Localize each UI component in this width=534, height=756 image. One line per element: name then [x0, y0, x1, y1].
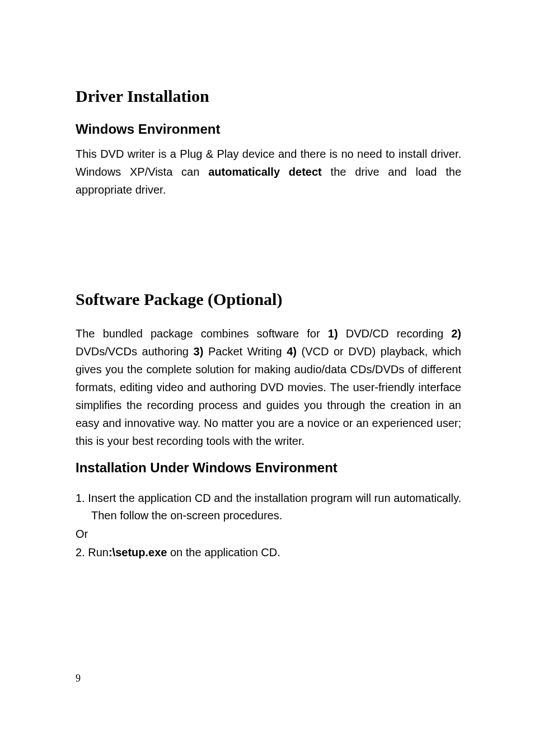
list-number: 1.: [76, 492, 88, 504]
text-bold-3: 3): [194, 345, 204, 358]
heading-driver-installation: Driver Installation: [76, 87, 461, 106]
list-item-1: 1. Insert the application CD and the ins…: [76, 490, 461, 524]
or-separator: Or: [76, 528, 461, 541]
paragraph-driver-info: This DVD writer is a Plug & Play device …: [76, 145, 461, 199]
text-fragment: Packet Writing: [203, 345, 287, 358]
text-bold-setup: :\setup.exe: [109, 546, 167, 558]
list-item-2: 2. Run:\setup.exe on the application CD.: [76, 544, 461, 561]
text-bold-1: 1): [328, 327, 338, 340]
text-fragment: DVDs/VCDs authoring: [76, 345, 194, 358]
list-number: 2.: [76, 546, 88, 558]
text-fragment: on the application CD.: [167, 546, 280, 558]
text-bold-2: 2): [451, 327, 461, 340]
paragraph-software-info: The bundled package combines software fo…: [76, 325, 461, 450]
text-bold-autodetect: automatically detect: [208, 166, 322, 178]
text-fragment: (VCD or DVD) playback, which gives you t…: [76, 345, 461, 447]
page-number: 9: [76, 673, 81, 684]
text-bold-4: 4): [287, 345, 297, 358]
text-fragment: The bundled package combines software fo…: [76, 327, 328, 340]
text-run: Run: [88, 546, 109, 558]
heading-software-package: Software Package (Optional): [76, 290, 461, 309]
subheading-install-windows: Installation Under Windows Environment: [76, 460, 461, 476]
subheading-windows-environment: Windows Environment: [76, 121, 461, 137]
list-text: Insert the application CD and the instal…: [88, 492, 461, 522]
text-fragment: DVD/CD recording: [338, 327, 452, 340]
ordered-list: 1. Insert the application CD and the ins…: [76, 490, 461, 561]
